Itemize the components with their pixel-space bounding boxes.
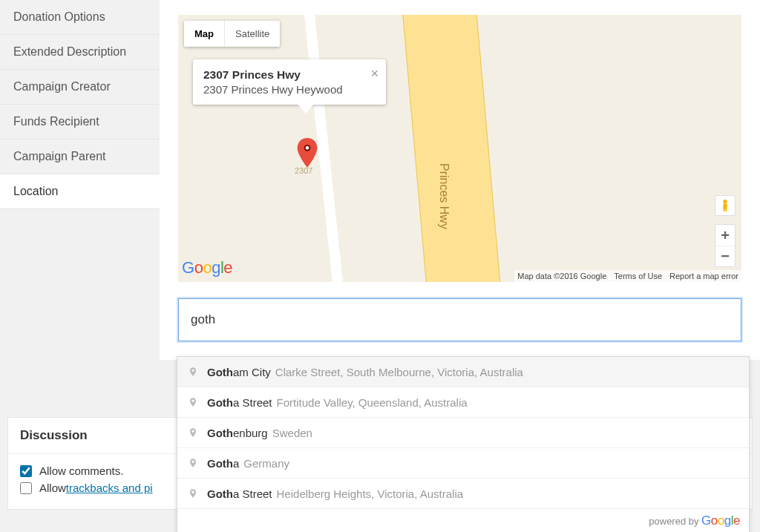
zoom-out-button[interactable]: − [715, 246, 735, 266]
allow-trackbacks-checkbox[interactable] [20, 482, 32, 494]
autocomplete-secondary: Fortitude Valley, Queensland, Australia [277, 396, 468, 409]
location-search-input[interactable] [178, 298, 741, 341]
pin-icon [188, 395, 198, 409]
autocomplete-footer: powered by Google [177, 509, 749, 532]
info-window-title: 2307 Princes Hwy [203, 68, 376, 82]
sidebar-item-campaign-parent[interactable]: Campaign Parent [0, 139, 160, 174]
svg-rect-3 [723, 203, 727, 208]
autocomplete-item[interactable]: Gotham City Clarke Street, South Melbour… [177, 357, 749, 387]
google-logo: Google [182, 258, 232, 278]
satellite-button[interactable]: Satellite [224, 21, 280, 47]
allow-comments-checkbox[interactable] [20, 465, 32, 477]
info-window: × 2307 Princes Hwy 2307 Princes Hwy Heyw… [193, 59, 386, 105]
allow-trackbacks-prefix: Allow [39, 482, 66, 494]
allow-comments-label: Allow comments. [39, 464, 123, 477]
svg-point-1 [306, 146, 309, 149]
autocomplete-secondary: Sweden [272, 427, 312, 439]
autocomplete-secondary: Heidelberg Heights, Victoria, Australia [277, 487, 464, 500]
info-window-subtitle: 2307 Princes Hwy Heywood [203, 83, 376, 96]
autocomplete-main: Gothenburg [207, 427, 268, 439]
autocomplete-dropdown: Gotham City Clarke Street, South Melbour… [177, 356, 750, 532]
pegman-icon[interactable] [715, 195, 736, 216]
pin-icon [188, 365, 198, 378]
map-data-label: Map data ©2016 Google [517, 272, 606, 280]
autocomplete-item[interactable]: Gothenburg Sweden [177, 418, 749, 448]
sidebar-item-donation-options[interactable]: Donation Options [0, 0, 160, 35]
svg-rect-5 [725, 208, 727, 212]
sidebar: Donation Options Extended Description Ca… [0, 0, 160, 360]
autocomplete-item[interactable]: Gotha Street Heidelberg Heights, Victori… [177, 479, 749, 509]
zoom-in-button[interactable]: + [715, 225, 735, 246]
autocomplete-main: Gotham City [207, 366, 271, 378]
autocomplete-item[interactable]: Gotha Street Fortitude Valley, Queenslan… [177, 387, 749, 418]
sidebar-item-funds-recipient[interactable]: Funds Recipient [0, 105, 160, 139]
pin-icon [188, 487, 198, 500]
svg-point-2 [723, 200, 727, 203]
map[interactable]: Princes Hwy Map Satellite × 2307 Princes… [178, 15, 741, 282]
pin-icon [188, 456, 198, 470]
autocomplete-main: Gotha Street [207, 396, 272, 409]
autocomplete-main: Gotha Street [207, 487, 272, 500]
map-button[interactable]: Map [184, 21, 224, 47]
google-logo-small: Google [701, 513, 740, 528]
map-marker-icon[interactable] [297, 138, 318, 168]
autocomplete-item[interactable]: Gotha Germany [177, 448, 749, 479]
report-error-link[interactable]: Report a map error [669, 272, 738, 280]
sidebar-item-extended-description[interactable]: Extended Description [0, 35, 160, 70]
map-type-control: Map Satellite [184, 21, 280, 47]
content-panel: Princes Hwy Map Satellite × 2307 Princes… [160, 0, 760, 360]
autocomplete-secondary: Clarke Street, South Melbourne, Victoria… [275, 366, 523, 378]
autocomplete-main: Gotha [207, 457, 239, 470]
close-icon[interactable]: × [370, 67, 379, 80]
sidebar-item-location[interactable]: Location [0, 174, 160, 209]
pin-icon [188, 426, 198, 439]
map-footer: Map data ©2016 Google Terms of Use Repor… [514, 270, 741, 282]
trackbacks-link[interactable]: trackbacks and pi [66, 482, 153, 494]
road-label: Princes Hwy [437, 163, 451, 229]
main-container: Donation Options Extended Description Ca… [0, 0, 760, 360]
terms-link[interactable]: Terms of Use [614, 272, 662, 280]
svg-rect-4 [724, 208, 725, 212]
autocomplete-secondary: Germany [243, 457, 289, 470]
zoom-control: + − [715, 224, 736, 267]
sidebar-item-campaign-creator[interactable]: Campaign Creator [0, 70, 160, 105]
